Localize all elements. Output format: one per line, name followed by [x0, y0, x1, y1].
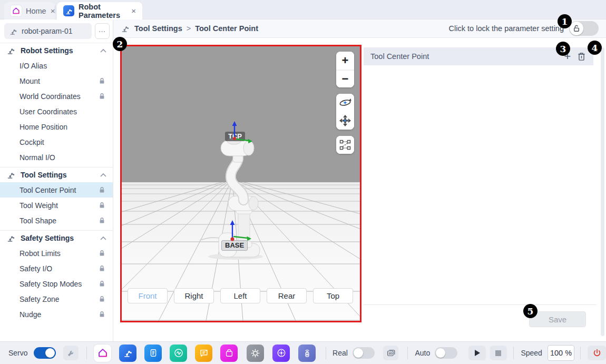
- breadcrumb-current: Tool Center Point: [195, 24, 258, 33]
- panel-footer-divider: [364, 304, 597, 305]
- power-button[interactable]: [588, 346, 606, 360]
- view-left-button[interactable]: Left: [220, 288, 260, 303]
- toggle-knob: [436, 348, 445, 358]
- annotation-badge-5: 5: [523, 304, 537, 318]
- chevron-up-icon: [100, 236, 106, 240]
- sidebar-item-user-coordinates[interactable]: User Coordinates: [0, 104, 113, 119]
- orbit-rotate-button[interactable]: [336, 94, 354, 112]
- sidebar-item-safety-stop-modes[interactable]: Safety Stop Modes: [0, 276, 113, 291]
- lock-icon: [99, 93, 105, 100]
- tab-robot-parameters-close-icon[interactable]: ×: [131, 7, 136, 15]
- play-button[interactable]: [468, 346, 486, 360]
- dock-program-icon[interactable]: [144, 345, 162, 362]
- dock-settings-icon[interactable]: [247, 345, 264, 362]
- sidebar-item-nudge[interactable]: Nudge: [0, 307, 113, 322]
- servo-toggle[interactable]: [34, 347, 56, 359]
- section-header-robot-settings[interactable]: Robot Settings: [0, 43, 113, 58]
- robot-icon: [121, 24, 130, 33]
- stop-icon: [495, 350, 501, 356]
- breadcrumb-parent[interactable]: Tool Settings: [134, 24, 182, 33]
- sidebar-item-tool-shape[interactable]: Tool Shape: [0, 213, 113, 228]
- trash-icon: [577, 52, 586, 61]
- annotation-badge-3: 3: [556, 42, 570, 56]
- tab-bar: Home × Robot Parameters ×: [0, 0, 606, 19]
- sidebar-item-safety-io[interactable]: Safety I/O: [0, 261, 113, 276]
- measure-controls: [336, 136, 354, 154]
- section-header-tool-settings[interactable]: Tool Settings: [0, 168, 113, 182]
- lock-icon: [99, 250, 105, 257]
- section-header-safety-settings[interactable]: Safety Settings: [0, 231, 113, 245]
- sidebar-header: robot-param-01 ⋯: [0, 19, 113, 43]
- tab-home-label: Home: [26, 7, 46, 15]
- sidebar-item-home-position[interactable]: Home Position: [0, 119, 113, 134]
- tool-setup-button[interactable]: [63, 346, 79, 360]
- auto-mode-toggle[interactable]: [435, 347, 457, 359]
- sidebar-item-safety-zone[interactable]: Safety Zone: [0, 291, 113, 307]
- orbit-icon: [338, 96, 352, 110]
- view-top-button[interactable]: Top: [313, 288, 353, 303]
- 3d-icon: 3D: [386, 348, 396, 358]
- sidebar-item-world-coordinates[interactable]: World Coordinates: [0, 88, 113, 104]
- more-options-button[interactable]: ⋯: [95, 23, 110, 39]
- view-right-button[interactable]: Right: [174, 288, 214, 303]
- sidebar-item-io-alias[interactable]: I/O Alias: [0, 58, 113, 73]
- lock-icon: [99, 186, 105, 193]
- sidebar-item-tool-center-point[interactable]: Tool Center Point: [0, 182, 113, 198]
- pan-button[interactable]: [336, 112, 354, 130]
- lock-icon: [99, 296, 105, 302]
- servo-label: Servo: [8, 349, 28, 357]
- real-mode-toggle[interactable]: [353, 347, 375, 359]
- sidebar-item-tool-weight[interactable]: Tool Weight: [0, 198, 113, 213]
- dock-log-icon[interactable]: [195, 345, 212, 362]
- sidebar-item-normal-io[interactable]: Normal I/O: [0, 150, 113, 165]
- zoom-in-button[interactable]: +: [336, 52, 354, 70]
- viewport-canvas[interactable]: TCP BASE +: [122, 46, 360, 321]
- parameter-lock-toggle[interactable]: [569, 21, 599, 36]
- dock-home-icon[interactable]: [94, 345, 111, 362]
- lock-icon: [99, 280, 105, 287]
- lock-icon: [99, 311, 105, 318]
- parameter-name: robot-param-01: [22, 27, 73, 35]
- zoom-controls: + −: [336, 52, 354, 87]
- tab-home[interactable]: Home ×: [4, 2, 55, 19]
- status-bar: Servo: [0, 341, 606, 364]
- sidebar-item-cockpit[interactable]: Cockpit: [0, 134, 113, 150]
- view-front-button[interactable]: Front: [128, 288, 168, 303]
- base-frame-label: BASE: [221, 240, 248, 251]
- robot-icon: [6, 46, 16, 55]
- dock-store-icon[interactable]: [220, 345, 238, 362]
- footer-divider: [513, 347, 514, 359]
- tab-separator: [55, 6, 55, 14]
- wrench-icon: [66, 349, 75, 358]
- tcp-frame-label: TCP: [225, 132, 245, 141]
- dock-monitoring-icon[interactable]: [170, 345, 187, 362]
- save-button[interactable]: Save: [529, 311, 586, 327]
- auto-mode-label: Auto: [415, 349, 430, 357]
- sidebar-item-mount[interactable]: Mount: [0, 73, 113, 88]
- dock-pendant-icon[interactable]: [298, 345, 316, 362]
- sidebar-item-robot-limits[interactable]: Robot Limits: [0, 245, 113, 261]
- robot-parameters-app-icon: [63, 5, 74, 16]
- measure-distance-button[interactable]: [336, 136, 354, 154]
- power-icon: [592, 348, 602, 358]
- 3d-view-button[interactable]: 3D: [383, 346, 398, 360]
- footer-divider: [326, 347, 326, 359]
- parameter-lock-control: Click to lock the parameter setting: [449, 21, 606, 36]
- stop-button[interactable]: [490, 346, 507, 360]
- lock-icon: [99, 217, 105, 224]
- viewport-3d[interactable]: TCP BASE +: [120, 45, 361, 322]
- speed-label: Speed: [521, 349, 542, 357]
- footer-divider: [86, 347, 87, 359]
- dock-jog-icon[interactable]: [272, 345, 290, 362]
- dock-robot-parameters-icon[interactable]: [119, 345, 136, 362]
- zoom-out-button[interactable]: −: [336, 70, 354, 87]
- tab-robot-parameters[interactable]: Robot Parameters ×: [57, 2, 142, 19]
- parameter-name-field[interactable]: robot-param-01: [4, 23, 92, 39]
- robot-icon: [9, 27, 18, 36]
- speed-value-field[interactable]: 100 %: [548, 345, 574, 361]
- content-header: Tool Settings > Tool Center Point Click …: [113, 19, 606, 38]
- panel-scrollbar[interactable]: [601, 47, 604, 336]
- delete-tcp-button[interactable]: [574, 50, 588, 63]
- view-rear-button[interactable]: Rear: [267, 288, 307, 303]
- robot-icon: [6, 233, 16, 243]
